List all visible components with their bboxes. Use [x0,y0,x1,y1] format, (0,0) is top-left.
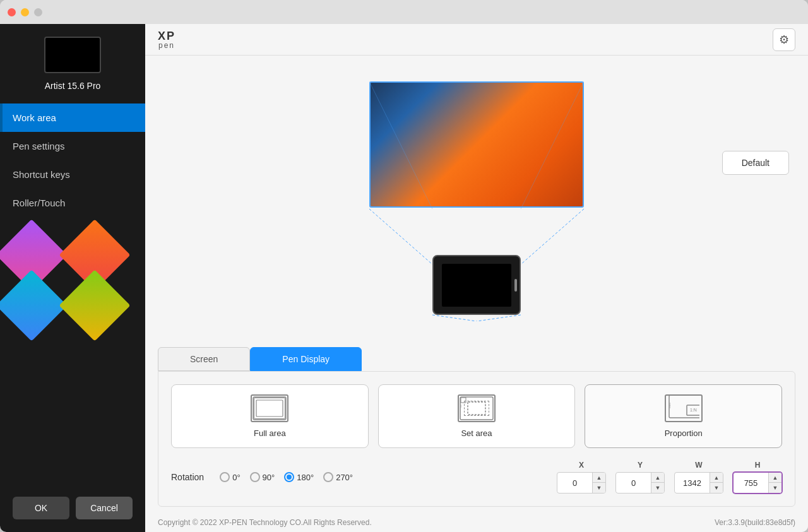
tab-pen-display[interactable]: Pen Display [250,347,362,371]
svg-text:|: | [670,405,670,408]
svg-rect-11 [460,397,493,420]
minimize-button[interactable] [21,8,29,16]
svg-text:|: | [254,404,254,408]
y-arrows: ▲ ▼ [651,473,664,493]
x-input-wrap: ▲ ▼ [557,472,606,494]
svg-line-1 [521,209,584,264]
svg-text:1:N: 1:N [690,408,697,412]
default-button[interactable]: Default [722,151,789,175]
rotation-90-option[interactable]: 90° [250,472,275,482]
w-input-wrap: ▲ ▼ [674,472,723,494]
set-area-svg: | [459,396,494,421]
tablet-side-button [514,279,517,292]
sidebar-item-shortcut-keys[interactable]: Shortcut keys [0,160,145,189]
rotation-270-option[interactable]: 270° [323,472,353,482]
device-name: Artist 15.6 Pro [45,81,101,91]
x-input[interactable] [557,475,592,492]
set-area-icon: | [458,394,496,422]
x-arrows: ▲ ▼ [592,473,605,493]
rotation-0-label: 0° [232,473,240,482]
y-decrement[interactable]: ▼ [651,483,664,493]
y-increment[interactable]: ▲ [651,473,664,483]
settings-button[interactable]: ⚙ [773,28,795,51]
title-bar [0,0,808,24]
options-panel: | | | Full area [158,371,795,507]
rotation-row: Rotation 0° 90° [171,461,782,494]
deco-shape-3 [0,269,68,341]
copyright-text: Copyright © 2022 XP-PEN Technology CO.Al… [158,518,372,527]
svg-rect-6 [253,397,286,420]
w-input[interactable] [675,475,710,492]
main-layout: Artist 15.6 Pro Work area Pen settings S… [0,24,808,532]
set-area-card[interactable]: | Set area [378,384,576,448]
close-button[interactable] [8,8,16,16]
rotation-90-radio[interactable] [250,472,260,482]
rotation-0-option[interactable]: 0° [220,472,240,482]
w-increment[interactable]: ▲ [710,473,723,483]
sidebar-item-work-area[interactable]: Work area [0,103,145,132]
rotation-270-label: 270° [336,473,353,482]
tablet-body [432,255,521,315]
set-area-label: Set area [461,429,492,438]
svg-rect-14 [468,402,485,415]
monitor-tablet-display [369,81,584,321]
content-footer: Copyright © 2022 XP-PEN Technology CO.Al… [145,513,808,532]
cancel-button[interactable]: Cancel [76,497,133,519]
rotation-270-radio[interactable] [323,472,333,482]
coord-w: W ▲ ▼ [674,461,723,494]
full-area-icon: | | | [251,394,288,422]
version-text: Ver:3.3.9(build:83e8d5f) [715,518,795,527]
content-header: XP pen ⚙ [145,24,808,56]
svg-rect-7 [256,400,283,417]
full-area-card[interactable]: | | | Full area [171,384,369,448]
nav-menu: Work area Pen settings Shortcut keys Rol… [0,103,145,217]
xppen-logo: XP pen [158,30,175,49]
coord-h: H ▲ ▼ [733,461,782,494]
y-input-wrap: ▲ ▼ [615,472,665,494]
proportion-icon: | | 1:N [665,394,703,422]
rotation-180-option[interactable]: 180° [284,472,314,482]
proportion-label: Proportion [665,429,703,438]
rotation-180-radio[interactable] [284,472,294,482]
content-area: XP pen ⚙ [145,24,808,532]
proportion-card[interactable]: | | 1:N Proportion [585,384,782,448]
svg-text:|: | [461,404,461,408]
x-increment[interactable]: ▲ [593,473,605,483]
sidebar: Artist 15.6 Pro Work area Pen settings S… [0,24,145,532]
gear-icon: ⚙ [779,33,789,47]
svg-rect-12 [461,398,466,403]
svg-line-4 [432,315,477,321]
svg-text:|: | [254,406,254,410]
ok-button[interactable]: OK [13,497,69,519]
app-window: Artist 15.6 Pro Work area Pen settings S… [0,0,808,532]
tab-area: Screen Pen Display [145,347,808,371]
display-area: Default [145,56,808,347]
sidebar-item-roller-touch[interactable]: Roller/Touch [0,189,145,217]
logo-pen-text: pen [158,42,175,49]
monitor-screen [369,81,584,208]
area-cards: | | | Full area [171,384,782,448]
svg-text:|: | [254,409,254,413]
h-input-wrap: ▲ ▼ [733,472,782,494]
svg-line-5 [477,315,521,321]
w-label: W [695,461,702,470]
h-decrement[interactable]: ▼ [769,483,781,493]
y-input[interactable] [616,475,651,492]
coord-y: Y ▲ ▼ [615,461,665,494]
full-area-svg: | | | [252,396,287,421]
sidebar-item-pen-settings[interactable]: Pen settings [0,132,145,160]
rotation-label: Rotation [171,472,204,482]
h-increment[interactable]: ▲ [769,473,781,483]
rotation-radio-group: 0° 90° 180° [220,472,353,482]
tab-screen[interactable]: Screen [158,347,250,371]
proportion-svg: | | 1:N [668,394,699,419]
h-input[interactable] [734,475,768,492]
deco-shape-4 [59,269,130,341]
w-decrement[interactable]: ▼ [710,483,723,493]
x-decrement[interactable]: ▼ [593,483,605,493]
w-arrows: ▲ ▼ [710,473,723,493]
maximize-button [34,8,42,16]
rotation-0-radio[interactable] [220,472,230,482]
sidebar-decoration [0,217,145,484]
device-thumbnail [44,37,101,73]
